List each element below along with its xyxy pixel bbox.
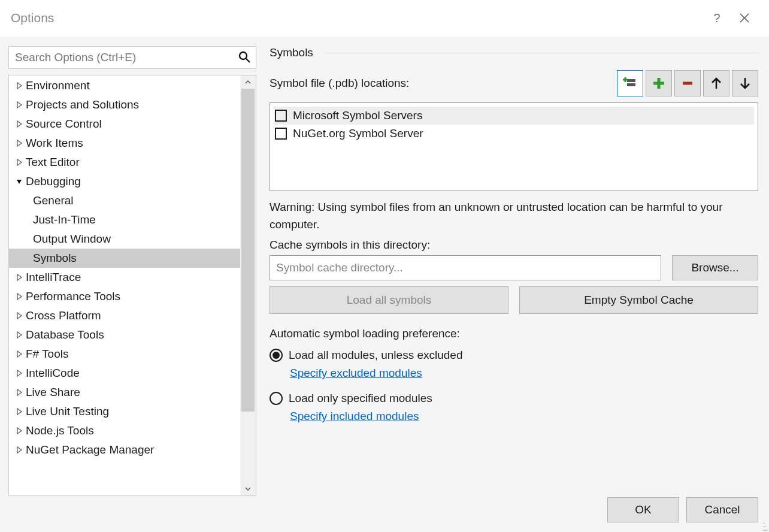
triangle-closed-icon [13,446,26,454]
ok-button[interactable]: OK [607,497,679,522]
cache-label: Cache symbols in this directory: [270,238,758,252]
triangle-closed-icon [13,293,26,300]
tree-item-work-items[interactable]: Work Items [9,134,240,153]
triangle-closed-icon [13,274,26,281]
scroll-down-button[interactable] [240,482,256,495]
cancel-button[interactable]: Cancel [686,497,758,522]
tree-item-label: Live Share [26,386,80,399]
cache-directory-input[interactable]: Symbol cache directory... [270,255,661,280]
search-icon [238,50,251,65]
options-tree[interactable]: EnvironmentProjects and SolutionsSource … [9,75,240,495]
tree-item-label: Source Control [26,117,102,131]
triangle-closed-icon [13,312,26,319]
add-server-icon [622,75,638,91]
arrow-down-icon [739,76,751,90]
radio-load-specified-label: Load only specified modules [289,392,432,405]
triangle-closed-icon [13,408,26,415]
tree-item-intellicode[interactable]: IntelliCode [9,364,240,383]
tree-item-environment[interactable]: Environment [9,76,240,95]
scroll-thumb[interactable] [241,89,255,412]
right-pane: Symbols Symbol file (.pdb) locations: Mi… [256,46,758,496]
triangle-closed-icon [13,120,26,128]
browse-button[interactable]: Browse... [672,255,758,280]
radio-load-specified[interactable]: Load only specified modules [270,392,758,405]
section-header: Symbols [270,46,758,59]
warning-text: Warning: Using symbol files from an unkn… [270,198,758,234]
help-icon: ? [713,11,720,25]
tree-item-node-js-tools[interactable]: Node.js Tools [9,421,240,440]
locations-toolbar: Symbol file (.pdb) locations: [270,70,758,96]
tree-item-label: Performance Tools [26,290,120,303]
move-down-button[interactable] [732,70,758,96]
auto-load-label: Automatic symbol loading preference: [270,327,758,340]
tree-item-output-window[interactable]: Output Window [9,229,240,249]
tree-item-label: NuGet Package Manager [26,443,154,457]
section-divider [325,53,758,53]
tree-item-database-tools[interactable]: Database Tools [9,325,240,344]
close-button[interactable] [731,4,758,32]
empty-cache-button[interactable]: Empty Symbol Cache [519,286,758,314]
tree-item-label: Work Items [26,137,83,150]
triangle-closed-icon [13,159,26,166]
tree-item-live-unit-testing[interactable]: Live Unit Testing [9,402,240,421]
tree-item-text-editor[interactable]: Text Editor [9,153,240,172]
scroll-up-button[interactable] [240,75,256,89]
specify-included-link[interactable]: Specify included modules [290,410,758,423]
chevron-down-icon [245,486,251,492]
tree-item-projects-and-solutions[interactable]: Projects and Solutions [9,95,240,114]
tree-item-label: IntelliCode [26,367,80,380]
left-pane: EnvironmentProjects and SolutionsSource … [8,46,256,496]
cache-row: Symbol cache directory... Browse... [270,255,758,280]
content-area: EnvironmentProjects and SolutionsSource … [0,36,769,496]
tree-item-label: IntelliTrace [26,271,81,284]
tree-item-label: Symbols [33,252,77,265]
tree-item-cross-platform[interactable]: Cross Platform [9,306,240,325]
tree-item-symbols[interactable]: Symbols [9,249,240,268]
minus-icon [680,76,695,90]
tree-item-performance-tools[interactable]: Performance Tools [9,287,240,306]
triangle-closed-icon [13,370,26,377]
symbol-server-label: Microsoft Symbol Servers [293,109,422,122]
titlebar: Options ? [0,0,769,36]
radio-load-all[interactable]: Load all modules, unless excluded [270,349,758,362]
load-all-symbols-button[interactable]: Load all symbols [270,286,508,314]
chevron-up-icon [245,79,251,85]
symbol-server-item[interactable]: NuGet.org Symbol Server [274,125,754,143]
symbol-locations-list[interactable]: Microsoft Symbol ServersNuGet.org Symbol… [270,102,758,191]
symbol-server-item[interactable]: Microsoft Symbol Servers [274,107,754,125]
tree-item-label: General [33,194,74,207]
tree-item-label: Environment [26,79,90,92]
add-button[interactable] [646,70,672,96]
add-location-button[interactable] [617,70,643,96]
resize-grip-icon[interactable]: ............ [762,519,767,530]
specify-excluded-link[interactable]: Specify excluded modules [290,367,758,380]
checkbox-icon[interactable] [275,110,287,122]
tree-item-label: Node.js Tools [26,424,94,437]
tree-scrollbar[interactable] [240,75,256,495]
triangle-open-icon [13,178,26,185]
tree-item-general[interactable]: General [9,191,240,210]
triangle-closed-icon [13,101,26,108]
search-box[interactable] [8,46,256,69]
tree-item-debugging[interactable]: Debugging [9,172,240,191]
tree-item-live-share[interactable]: Live Share [9,383,240,402]
tree-container: EnvironmentProjects and SolutionsSource … [8,75,256,496]
tree-item-nuget-package-manager[interactable]: NuGet Package Manager [9,440,240,460]
checkbox-icon[interactable] [275,128,287,140]
move-up-button[interactable] [703,70,729,96]
tree-item-just-in-time[interactable]: Just-In-Time [9,210,240,229]
close-icon [740,13,749,23]
tree-item-label: Output Window [33,232,111,246]
radio-icon [270,392,283,405]
tree-item-source-control[interactable]: Source Control [9,114,240,134]
remove-button[interactable] [674,70,701,96]
svg-rect-2 [627,83,635,86]
symbol-server-label: NuGet.org Symbol Server [293,127,423,140]
help-button[interactable]: ? [703,4,731,32]
arrow-up-icon [710,76,722,90]
search-input[interactable] [15,51,238,64]
scroll-track[interactable] [240,89,256,482]
tree-item-f-tools[interactable]: F# Tools [9,344,240,364]
plus-icon [652,76,666,90]
tree-item-intellitrace[interactable]: IntelliTrace [9,268,240,287]
